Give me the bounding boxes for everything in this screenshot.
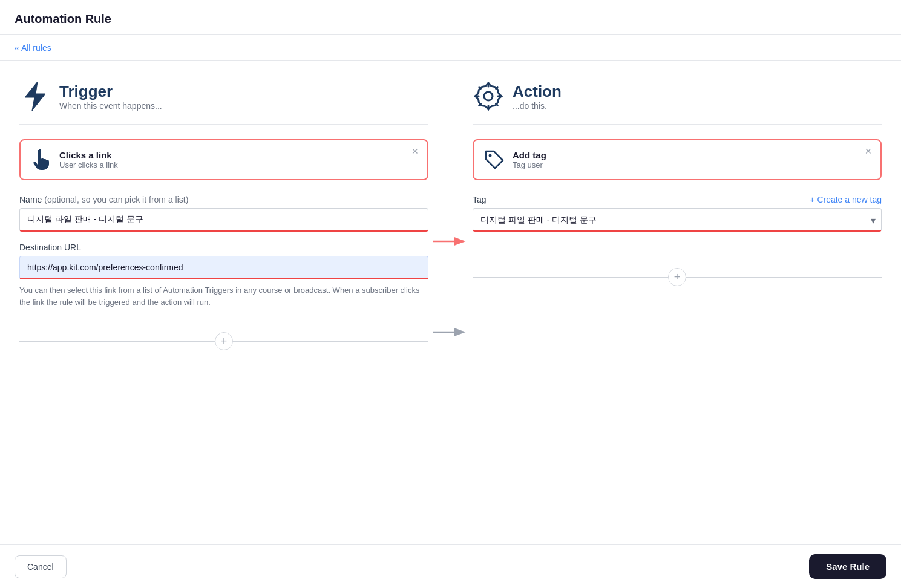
action-card-title: Add tag (513, 150, 546, 160)
cancel-button[interactable]: Cancel (15, 555, 67, 578)
name-label: Name (optional, so you can pick it from … (19, 195, 428, 204)
trigger-card-subtitle: User clicks a link (59, 160, 118, 169)
tag-icon (483, 149, 505, 171)
add-trigger-divider: + (19, 332, 428, 350)
panels-wrapper: Trigger When this event happens... Click… (0, 61, 901, 545)
hand-click-icon (30, 149, 52, 171)
trigger-action-arrow (433, 230, 469, 255)
url-input[interactable] (19, 256, 428, 279)
action-card-subtitle: Tag user (513, 160, 546, 169)
trigger-card[interactable]: Clicks a link User clicks a link ✕ (19, 139, 428, 180)
action-panel-header: Action ...do this. (473, 80, 882, 125)
url-form-group: Destination URL You can then select this… (19, 243, 428, 308)
breadcrumb-bar: « All rules (0, 35, 901, 61)
action-heading: Action (513, 82, 562, 101)
add-trigger-button[interactable]: + (215, 332, 233, 350)
name-input[interactable] (19, 208, 428, 232)
svg-point-4 (484, 92, 493, 100)
save-rule-button[interactable]: Save Rule (809, 554, 886, 579)
tag-label: Tag (473, 195, 487, 204)
tag-label-row: Tag + Create a new tag (473, 195, 882, 204)
divider-line-right (233, 341, 428, 342)
page-header: Automation Rule (0, 0, 901, 35)
trigger-card-title: Clicks a link (59, 150, 118, 160)
add-action-button[interactable]: + (668, 268, 686, 286)
trigger-card-text: Clicks a link User clicks a link (59, 150, 118, 169)
action-divider-line-right (686, 277, 882, 278)
trigger-icon (19, 80, 51, 112)
action-divider-line-left (473, 277, 668, 278)
name-optional: (optional, so you can pick it from a lis… (44, 195, 188, 204)
action-panel: Action ...do this. Add tag Tag user ✕ T (448, 61, 901, 544)
footer-bar: Cancel Save Rule (0, 544, 901, 588)
divider-line-left (19, 341, 215, 342)
mid-arrow-small (433, 321, 469, 345)
trigger-card-close[interactable]: ✕ (409, 145, 421, 157)
add-action-divider: + (473, 268, 882, 286)
action-card-close[interactable]: ✕ (862, 145, 874, 157)
action-card[interactable]: Add tag Tag user ✕ (473, 139, 882, 180)
help-text: You can then select this link from a lis… (19, 284, 428, 308)
tag-form-group: Tag + Create a new tag 디지털 파일 판매 - 디지털 문… (473, 195, 882, 232)
action-icon (473, 80, 504, 112)
breadcrumb-link[interactable]: « All rules (15, 43, 51, 53)
trigger-panel: Trigger When this event happens... Click… (0, 61, 448, 544)
action-subheading: ...do this. (513, 101, 562, 111)
svg-point-5 (489, 154, 492, 157)
page-title: Automation Rule (15, 12, 111, 25)
tag-select[interactable]: 디지털 파일 판매 - 디지털 문구 (473, 208, 882, 232)
trigger-subheading: When this event happens... (59, 101, 162, 111)
tag-select-wrapper: 디지털 파일 판매 - 디지털 문구 ▾ (473, 208, 882, 232)
trigger-panel-header: Trigger When this event happens... (19, 80, 428, 125)
trigger-heading: Trigger (59, 82, 162, 101)
trigger-title-group: Trigger When this event happens... (59, 82, 162, 111)
name-form-group: Name (optional, so you can pick it from … (19, 195, 428, 232)
url-label: Destination URL (19, 243, 428, 252)
create-tag-link[interactable]: + Create a new tag (810, 195, 882, 204)
action-card-text: Add tag Tag user (513, 150, 546, 169)
action-title-group: Action ...do this. (513, 82, 562, 111)
